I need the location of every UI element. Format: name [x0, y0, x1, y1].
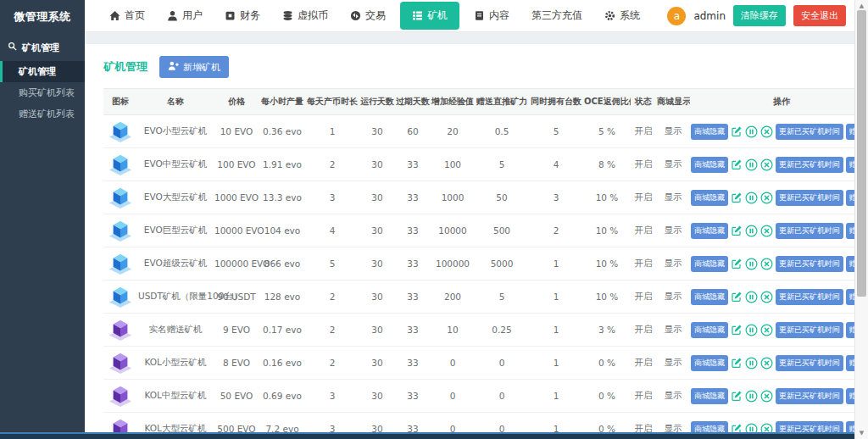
miner-oce-rebate: 5 %	[583, 115, 631, 148]
add-miner-button[interactable]: 新增矿机	[159, 56, 229, 78]
update-purchased-miner-time-button[interactable]: 更新已买矿机时间	[776, 256, 843, 272]
top-navbar: 首页 用户 财务 虚拟币 交易 矿机	[85, 0, 868, 32]
close-icon[interactable]	[760, 125, 773, 138]
nav-item-third-party-recharge[interactable]: 第三方充值	[524, 3, 590, 29]
mall-hide-button[interactable]: 商城隐藏	[691, 190, 728, 206]
update-purchased-miner-time-button[interactable]: 更新已买矿机时间	[776, 157, 843, 173]
pause-icon[interactable]	[745, 225, 758, 237]
update-purchased-miner-time-button[interactable]: 更新已买矿机时间	[776, 388, 843, 404]
sidebar-item-gifted-miner-list[interactable]: 赠送矿机列表	[0, 103, 85, 125]
col-header-price: 价格	[214, 89, 259, 115]
edit-icon[interactable]	[731, 390, 743, 402]
sidebar-item-label: 赠送矿机列表	[19, 108, 75, 119]
scrollbar-thumb[interactable]	[857, 10, 866, 297]
nav-item-content[interactable]: 内容	[466, 3, 517, 29]
miner-exp-gain: 10	[431, 314, 475, 347]
miner-expire-days: 60	[395, 115, 431, 148]
mall-hide-button[interactable]: 商城隐藏	[691, 124, 728, 140]
nav-item-home[interactable]: 首页	[102, 3, 153, 29]
edit-icon[interactable]	[731, 192, 743, 203]
nav-item-trade[interactable]: 交易	[342, 3, 393, 29]
mall-hide-button[interactable]: 商城隐藏	[691, 388, 728, 404]
miner-run-days: 30	[359, 314, 395, 347]
sidebar-section-label: 矿机管理	[22, 42, 59, 54]
avatar[interactable]: a	[667, 7, 686, 25]
sidebar-item-purchased-miner-list[interactable]: 购买矿机列表	[0, 82, 85, 103]
miner-direct-power-gift: 0.25	[475, 314, 529, 347]
close-icon[interactable]	[760, 324, 773, 336]
pause-icon[interactable]	[745, 291, 758, 303]
pause-icon[interactable]	[745, 390, 758, 403]
miner-exp-gain: 0	[431, 380, 475, 413]
pause-icon[interactable]	[745, 258, 758, 270]
miner-daily-mint-hours: 2	[305, 347, 359, 380]
scrollbar-down-arrow[interactable]: ▼	[855, 429, 868, 437]
close-icon[interactable]	[760, 225, 773, 237]
miner-max-owned: 1	[529, 314, 583, 347]
nav-item-miners[interactable]: 矿机	[400, 2, 459, 30]
scrollbar-up-arrow[interactable]: ▲	[855, 2, 868, 10]
edit-icon[interactable]	[731, 158, 743, 170]
pause-icon[interactable]	[745, 357, 758, 370]
update-purchased-miner-time-button[interactable]: 更新已买矿机时间	[776, 355, 843, 371]
miner-hourly-output: 13.3 evo	[259, 181, 305, 214]
pause-icon[interactable]	[745, 324, 758, 336]
update-purchased-miner-time-button[interactable]: 更新已买矿机时间	[776, 289, 843, 305]
update-purchased-miner-time-button[interactable]: 更新已买矿机时间	[776, 223, 843, 239]
close-icon[interactable]	[760, 390, 773, 403]
sidebar-item-miner-management[interactable]: 矿机管理	[0, 61, 85, 82]
nav-item-label: 财务	[240, 8, 260, 23]
mall-hide-button[interactable]: 商城隐藏	[691, 322, 728, 338]
nav-item-users[interactable]: 用户	[159, 3, 210, 29]
miner-expire-days: 33	[395, 148, 431, 181]
update-purchased-miner-time-button[interactable]: 更新已买矿机时间	[776, 124, 843, 140]
main-area: 首页 用户 财务 虚拟币 交易 矿机	[85, 0, 868, 439]
app-title: 微管理系统	[0, 0, 85, 35]
sidebar-section-miner-management[interactable]: 矿机管理	[0, 35, 85, 61]
miner-max-owned: 1	[529, 347, 583, 380]
update-purchased-miner-time-button[interactable]: 更新已买矿机时间	[776, 322, 843, 338]
logout-button[interactable]: 安全退出	[793, 5, 846, 26]
edit-icon[interactable]	[731, 291, 743, 303]
close-icon[interactable]	[760, 291, 773, 303]
close-icon[interactable]	[760, 192, 773, 204]
mall-hide-button[interactable]: 商城隐藏	[691, 157, 728, 173]
mall-hide-button[interactable]: 商城隐藏	[691, 355, 728, 371]
clear-cache-button[interactable]: 清除缓存	[733, 5, 786, 26]
pause-icon[interactable]	[745, 125, 758, 138]
edit-icon[interactable]	[731, 225, 743, 236]
nav-item-label: 系统	[620, 8, 640, 23]
nav-item-system[interactable]: 系统	[597, 3, 648, 29]
mall-hide-button[interactable]: 商城隐藏	[691, 223, 728, 239]
miner-expire-days: 33	[395, 247, 431, 281]
admin-username[interactable]: admin	[693, 10, 726, 22]
edit-icon[interactable]	[731, 324, 743, 336]
close-icon[interactable]	[760, 357, 773, 370]
miner-exp-gain: 100	[431, 148, 475, 181]
miner-hourly-output: 866 evo	[259, 247, 305, 281]
miner-price: 50 EVO	[214, 380, 259, 413]
pause-icon[interactable]	[745, 158, 758, 171]
table-row: KOL小型云矿机 8 EVO 0.16 evo 2 30 33 0 0 1 0 …	[103, 347, 868, 380]
edit-icon[interactable]	[731, 258, 743, 270]
pause-icon[interactable]	[745, 192, 758, 204]
col-header-exp-gain: 增加经验值	[431, 89, 475, 115]
edit-icon[interactable]	[731, 125, 743, 137]
close-icon[interactable]	[760, 158, 773, 171]
miner-hourly-output: 104 evo	[259, 214, 305, 247]
miner-mall-display: 显示	[656, 247, 690, 281]
table-row: USDT矿机（限量100台） 90 USDT 128 evo 2 30 33 2…	[103, 281, 868, 314]
miner-oce-rebate: 10 %	[583, 247, 631, 281]
miner-daily-mint-hours: 4	[305, 214, 359, 247]
miner-price: 1000 EVO	[214, 181, 259, 214]
vertical-scrollbar[interactable]: ▲ ▼	[854, 0, 868, 439]
miner-name: EVO超级云矿机	[137, 247, 214, 281]
edit-icon[interactable]	[731, 357, 743, 369]
close-icon[interactable]	[760, 258, 773, 270]
miner-daily-mint-hours: 5	[305, 247, 359, 281]
mall-hide-button[interactable]: 商城隐藏	[691, 256, 728, 272]
mall-hide-button[interactable]: 商城隐藏	[691, 289, 728, 305]
nav-item-virtual-currency[interactable]: 虚拟币	[275, 3, 336, 29]
update-purchased-miner-time-button[interactable]: 更新已买矿机时间	[776, 190, 843, 206]
nav-item-finance[interactable]: 财务	[217, 3, 268, 29]
